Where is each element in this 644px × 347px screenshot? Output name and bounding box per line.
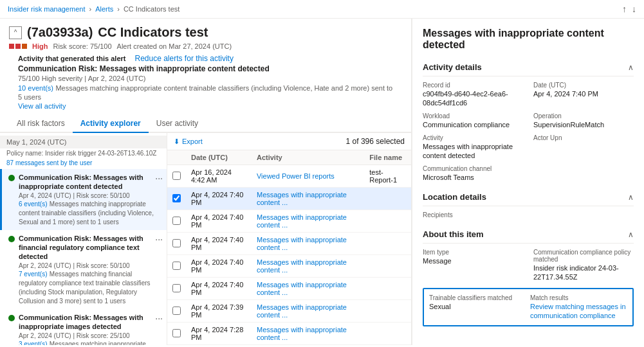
top-nav: Insider risk management › Alerts › CC In…: [0, 0, 644, 19]
row-filename: [364, 188, 411, 210]
list-item[interactable]: Communication Risk: Messages with inappr…: [0, 309, 167, 345]
workload-item: Workload Communication compliance: [423, 112, 523, 129]
item-events-link[interactable]: 6 event(s): [19, 200, 47, 208]
item-type-value: Message: [423, 257, 452, 265]
row-activity[interactable]: Messages with inappropriate content ...: [252, 300, 364, 323]
row-activity[interactable]: Messages with inappropriate content ...: [252, 278, 364, 300]
table-row[interactable]: Apr 16, 2024 4:42 AMViewed Power BI repo…: [167, 165, 411, 188]
breadcrumb-item-1[interactable]: Insider risk management: [8, 5, 85, 13]
activity-label: Activity: [423, 134, 523, 141]
item-title: Communication Risk: Messages with inappr…: [19, 314, 143, 330]
table-row[interactable]: Apr 4, 2024 7:40 PMMessages with inappro…: [167, 278, 411, 300]
list-date-header: May 1, 2024 (UTC): [0, 136, 167, 148]
activity-item: Activity Messages with inappropriate con…: [423, 134, 523, 160]
risk-score: Risk score: 75/100: [53, 42, 111, 50]
row-activity[interactable]: Messages with inappropriate content ...: [252, 255, 364, 278]
table-row[interactable]: Apr 4, 2024 7:40 PMMessages with inappro…: [167, 188, 411, 210]
risk-sq-1: [9, 44, 14, 49]
row-activity[interactable]: Messages with inappropriate images ...: [252, 345, 364, 346]
row-activity[interactable]: Messages with inappropriate content ...: [252, 210, 364, 233]
trainable-classifiers-grid: Trainable classifiers matched Sexual Mat…: [429, 294, 627, 320]
row-filename: [364, 345, 411, 346]
tab-activity-explorer[interactable]: Activity explorer: [73, 115, 149, 133]
risk-row: High Risk score: 75/100 Alert created on…: [9, 42, 402, 50]
row-activity[interactable]: Viewed Power BI reports: [252, 165, 364, 188]
events-link[interactable]: 10 event(s): [18, 84, 53, 92]
down-arrow-icon[interactable]: ↓: [632, 4, 636, 14]
item-meta: Apr 2, 2024 (UTC) | Risk score: 50/100: [19, 262, 160, 269]
list-item[interactable]: Communication Risk: Messages with financ…: [0, 230, 167, 309]
row-activity[interactable]: Messages with inappropriate content ...: [252, 188, 364, 210]
record-id-label: Record id: [423, 82, 523, 89]
table-scroll[interactable]: Date (UTC) Activity File name Apr 16, 20…: [167, 150, 411, 345]
chevron-up-icon-2: ∧: [628, 193, 634, 202]
match-results-item: Match results Review matching messages i…: [530, 294, 627, 320]
collapse-button[interactable]: ^: [9, 26, 22, 39]
right-panel: Messages with inappropriate content dete…: [412, 19, 644, 345]
row-activity[interactable]: Messages with inappropriate content ...: [252, 323, 364, 345]
row-filename: [364, 210, 411, 233]
item-events-link[interactable]: 3 event(s): [19, 341, 47, 345]
operation-item: Operation SupervisionRuleMatch: [533, 112, 634, 129]
actor-upn-label: Actor Upn: [533, 134, 634, 141]
item-meta: Apr 2, 2024 (UTC) | Risk score: 25/100: [19, 332, 160, 339]
activity-details-grid: Record id c904fb49-d640-4ec2-6ea6-08dc54…: [423, 82, 634, 182]
row-filename: [364, 255, 411, 278]
table-row[interactable]: Apr 4, 2024 7:28 PMMessages with inappro…: [167, 323, 411, 345]
item-type-item: Item type Message: [423, 249, 523, 281]
col-filename: File name: [364, 150, 411, 165]
list-item[interactable]: Communication Risk: Messages with inappr…: [0, 169, 167, 230]
actor-upn-item: Actor Upn: [533, 134, 634, 160]
classifiers-item: Trainable classifiers matched Sexual: [429, 294, 526, 320]
breadcrumb-item-2[interactable]: Alerts: [95, 5, 113, 13]
row-checkbox[interactable]: [172, 262, 181, 270]
nav-arrows: ↑ ↓: [622, 4, 636, 14]
item-meta: Apr 4, 2024 (UTC) | Risk score: 50/100: [19, 192, 160, 199]
recipients-item: Recipients: [423, 211, 523, 219]
review-link[interactable]: Review matching messages in communicatio…: [530, 303, 626, 319]
up-arrow-icon[interactable]: ↑: [622, 4, 627, 14]
export-button[interactable]: ⬇ Export: [174, 138, 203, 146]
split-content: May 1, 2024 (UTC) Policy name: Insider r…: [0, 133, 411, 345]
activity-list: May 1, 2024 (UTC) Policy name: Insider r…: [0, 133, 167, 345]
export-icon: ⬇: [174, 138, 179, 146]
row-date: Apr 4, 2024 7:28 PM: [186, 323, 252, 345]
table-header-row: Date (UTC) Activity File name: [167, 150, 411, 165]
section-title-about: About this item: [423, 229, 484, 239]
item-events-link[interactable]: 7 event(s): [19, 271, 47, 278]
row-activity[interactable]: Messages with inappropriate content ...: [252, 233, 364, 255]
messages-sent[interactable]: 87 messages sent by the user: [0, 159, 167, 169]
table-row[interactable]: Apr 4, 2024 7:39 PMMessages with inappro…: [167, 300, 411, 323]
tabs-row: All risk factors Activity explorer User …: [0, 115, 411, 133]
location-details-grid: Recipients: [423, 211, 634, 219]
row-checkbox[interactable]: [172, 217, 181, 225]
reduce-alerts-link[interactable]: Reduce alerts for this activity: [135, 54, 234, 63]
row-checkbox[interactable]: [172, 307, 181, 315]
row-checkbox[interactable]: [172, 239, 181, 247]
data-table: Date (UTC) Activity File name Apr 16, 20…: [167, 150, 411, 345]
item-menu-button[interactable]: ···: [155, 313, 163, 323]
table-row[interactable]: Apr 4, 2024 7:40 PMMessages with inappro…: [167, 255, 411, 278]
tab-all-risk-factors[interactable]: All risk factors: [9, 115, 73, 133]
table-row[interactable]: Apr 4, 2024 7:40 PMMessages with inappro…: [167, 210, 411, 233]
row-date: Apr 4, 2024 7:39 PM: [186, 300, 252, 323]
row-checkbox[interactable]: [172, 172, 181, 180]
row-checkbox[interactable]: [172, 194, 181, 202]
item-menu-button[interactable]: ···: [155, 173, 163, 183]
comm-channel-item: Communication channel Microsoft Teams: [423, 165, 634, 182]
location-details-section-header[interactable]: Location details ∧: [423, 188, 634, 206]
item-title: Communication Risk: Messages with inappr…: [19, 174, 143, 190]
chevron-up-icon: ∧: [628, 63, 634, 72]
record-id-item: Record id c904fb49-d640-4ec2-6ea6-08dc54…: [423, 82, 523, 107]
row-checkbox[interactable]: [172, 329, 181, 337]
item-menu-button[interactable]: ···: [155, 234, 163, 244]
table-row[interactable]: Apr 2, 2024 12:47 PMMessages with inappr…: [167, 345, 411, 346]
chevron-up-icon-3: ∧: [628, 230, 634, 239]
activity-details-section-header[interactable]: Activity details ∧: [423, 58, 634, 76]
row-date: Apr 4, 2024 7:40 PM: [186, 278, 252, 300]
row-checkbox[interactable]: [172, 284, 181, 292]
table-row[interactable]: Apr 4, 2024 7:40 PMMessages with inappro…: [167, 233, 411, 255]
view-all-activity-link[interactable]: View all activity: [18, 102, 66, 110]
tab-user-activity[interactable]: User activity: [149, 115, 206, 133]
about-item-section-header[interactable]: About this item ∧: [423, 226, 634, 244]
